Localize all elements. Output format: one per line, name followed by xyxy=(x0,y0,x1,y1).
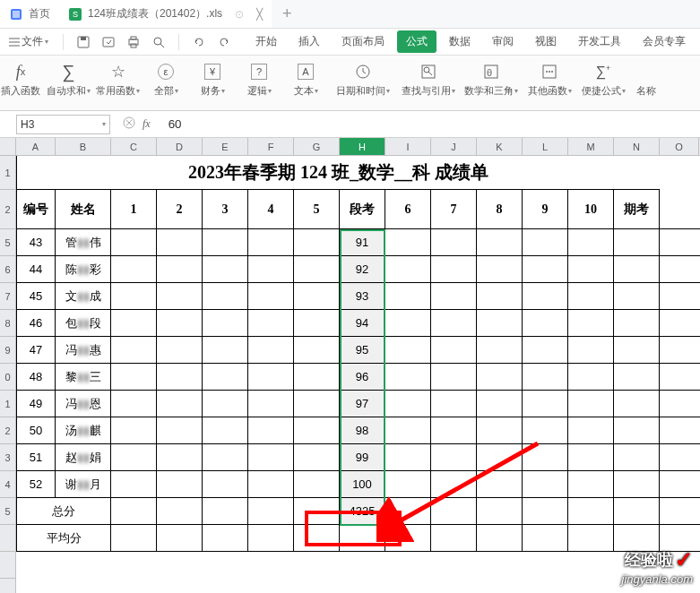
cell[interactable] xyxy=(523,256,568,282)
cell[interactable] xyxy=(111,471,157,497)
math-button[interactable]: θ 数学和三角▾ xyxy=(462,61,520,98)
insert-function-button[interactable]: fx 插入函数 xyxy=(0,61,41,98)
cell[interactable] xyxy=(568,364,614,390)
cell[interactable] xyxy=(523,417,568,443)
cell[interactable] xyxy=(248,391,294,417)
cell[interactable] xyxy=(431,471,477,497)
cell[interactable] xyxy=(157,283,203,309)
menu-tab-insert[interactable]: 插入 xyxy=(290,30,329,53)
datetime-button[interactable]: 日期和时间▾ xyxy=(332,61,394,98)
col-header-D[interactable]: D xyxy=(157,138,203,155)
cell[interactable] xyxy=(477,391,523,417)
cell-id[interactable]: 49 xyxy=(16,391,56,417)
row-header[interactable]: 7 xyxy=(0,283,16,310)
cell[interactable] xyxy=(477,310,523,336)
formula-input[interactable] xyxy=(163,115,700,134)
cell[interactable] xyxy=(385,283,431,309)
cell[interactable] xyxy=(523,471,568,497)
col-header-B[interactable]: B xyxy=(56,138,111,155)
cell-id[interactable]: 48 xyxy=(16,364,56,390)
cell-name[interactable]: 管▮▮伟 xyxy=(56,229,111,255)
cell[interactable] xyxy=(111,417,157,443)
financial-button[interactable]: ¥ 财务▾ xyxy=(192,61,233,98)
cell[interactable] xyxy=(568,337,614,363)
cell[interactable] xyxy=(111,364,157,390)
cell[interactable] xyxy=(477,471,523,497)
col-header-C[interactable]: C xyxy=(111,138,157,155)
cell[interactable] xyxy=(477,498,523,524)
cell[interactable] xyxy=(385,525,431,551)
name-button[interactable]: 名称 xyxy=(633,61,660,98)
cell[interactable] xyxy=(294,310,340,336)
cell[interactable] xyxy=(431,229,477,255)
cell-score[interactable]: 95 xyxy=(340,337,385,363)
redo-icon[interactable] xyxy=(215,33,233,51)
cell[interactable] xyxy=(477,444,523,470)
cell[interactable] xyxy=(294,337,340,363)
hdr-5[interactable]: 5 xyxy=(294,190,340,228)
grid-data[interactable]: 2023年春季期 124 班_数学__科 成绩单 编号 姓名 1 2 3 4 5… xyxy=(16,156,700,593)
cell[interactable] xyxy=(385,229,431,255)
row-header[interactable]: 5 xyxy=(0,498,16,525)
col-header-L[interactable]: L xyxy=(523,138,568,155)
cell-name[interactable]: 冯▮▮恩 xyxy=(56,391,111,417)
cell[interactable] xyxy=(523,229,568,255)
row-header[interactable] xyxy=(0,525,16,552)
col-header-G[interactable]: G xyxy=(294,138,340,155)
fx-icon[interactable]: fx xyxy=(143,117,151,131)
cell[interactable] xyxy=(248,364,294,390)
cell[interactable] xyxy=(431,310,477,336)
cell[interactable] xyxy=(614,310,660,336)
hdr-1[interactable]: 1 xyxy=(111,190,157,228)
cell[interactable] xyxy=(614,283,660,309)
lookup-button[interactable]: 查找与引用▾ xyxy=(400,61,457,98)
cell[interactable] xyxy=(523,364,568,390)
cell[interactable] xyxy=(111,337,157,363)
cell[interactable] xyxy=(477,283,523,309)
cell[interactable] xyxy=(477,229,523,255)
col-header-K[interactable]: K xyxy=(477,138,523,155)
cell-name[interactable]: 包▮▮段 xyxy=(56,310,111,336)
menu-tab-data[interactable]: 数据 xyxy=(440,30,480,53)
cell[interactable] xyxy=(614,417,660,443)
cell[interactable] xyxy=(294,417,340,443)
cell[interactable] xyxy=(431,417,477,443)
cell-name[interactable]: 冯▮▮惠 xyxy=(56,337,111,363)
sheet-title[interactable]: 2023年春季期 124 班_数学__科 成绩单 xyxy=(16,156,660,190)
cell[interactable] xyxy=(157,310,203,336)
add-tab-button[interactable]: + xyxy=(272,4,303,23)
col-header-F[interactable]: F xyxy=(248,138,294,155)
cell[interactable] xyxy=(523,444,568,470)
cell[interactable] xyxy=(614,256,660,282)
cell[interactable] xyxy=(157,444,203,470)
cell[interactable] xyxy=(614,229,660,255)
cell-id[interactable]: 46 xyxy=(16,310,56,336)
cancel-icon[interactable] xyxy=(123,116,135,132)
cell[interactable] xyxy=(614,337,660,363)
cell[interactable] xyxy=(614,498,660,524)
row-header[interactable] xyxy=(0,552,16,579)
cell[interactable] xyxy=(294,391,340,417)
hdr-8[interactable]: 8 xyxy=(477,190,523,228)
menu-tab-formula[interactable]: 公式 xyxy=(397,30,436,53)
cell-id[interactable]: 51 xyxy=(16,444,56,470)
cell-score[interactable]: 98 xyxy=(340,417,385,443)
cell[interactable] xyxy=(111,283,157,309)
row-header[interactable]: 6 xyxy=(0,256,16,283)
text-button[interactable]: A 文本▾ xyxy=(285,61,326,98)
cell[interactable] xyxy=(431,525,477,551)
cell[interactable] xyxy=(385,417,431,443)
cell[interactable] xyxy=(248,337,294,363)
cell[interactable] xyxy=(248,444,294,470)
cell[interactable] xyxy=(111,444,157,470)
cell[interactable] xyxy=(523,525,568,551)
hdr-4[interactable]: 4 xyxy=(248,190,294,228)
cell[interactable] xyxy=(431,444,477,470)
cell-name[interactable]: 汤▮▮麒 xyxy=(56,417,111,443)
cell-name[interactable]: 赵▮▮娟 xyxy=(56,444,111,470)
cell[interactable] xyxy=(157,498,203,524)
col-header-H[interactable]: H xyxy=(340,138,385,155)
cell-score[interactable]: 93 xyxy=(340,283,385,309)
row-header[interactable]: 4 xyxy=(0,471,16,498)
cell[interactable] xyxy=(523,391,568,417)
